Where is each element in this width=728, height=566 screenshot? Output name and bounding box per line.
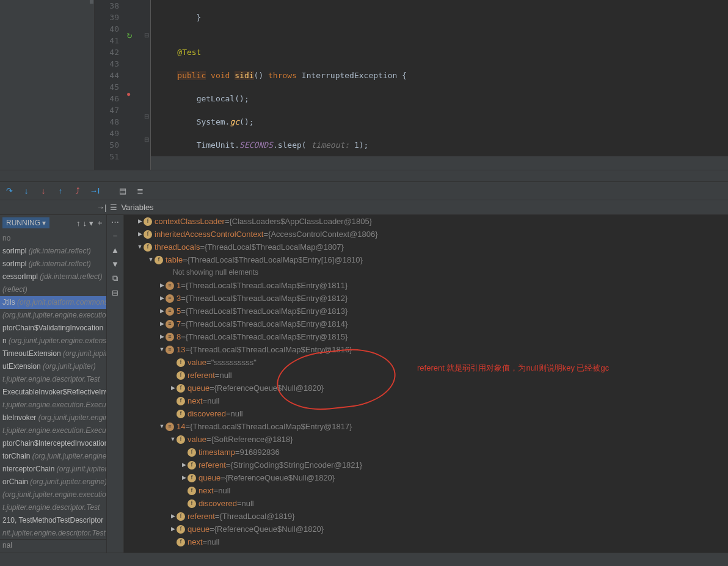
- frame-row[interactable]: TimeoutExtension (org.junit.jupiter): [0, 347, 106, 360]
- frame-row[interactable]: nterceptorChain (org.junit.jupiter): [0, 463, 106, 476]
- project-tool-window[interactable]: [0, 0, 95, 170]
- code-line[interactable]: System.gc();: [151, 116, 728, 128]
- variable-node[interactable]: ▼ftable = {ThreadLocal$ThreadLocalMap$En…: [124, 253, 728, 266]
- restore-layout-icon[interactable]: →|: [96, 203, 106, 212]
- code-line[interactable]: TimeUnit.SECONDS.sleep( timeout: 1);: [151, 139, 728, 151]
- evaluate-expression-icon[interactable]: ▤: [117, 186, 128, 197]
- variable-node[interactable]: ▶≡5 = {ThreadLocal$ThreadLocalMap$Entry@…: [124, 305, 728, 317]
- tree-toggle-icon[interactable]: ▶: [169, 382, 177, 394]
- tool-window-splitter[interactable]: [0, 170, 728, 182]
- tree-toggle-icon[interactable]: ▼: [136, 241, 144, 253]
- force-step-into-icon[interactable]: ↓: [38, 186, 49, 197]
- frame-row[interactable]: t.jupiter.engine.descriptor.Test: [0, 501, 106, 514]
- trace-icon[interactable]: ≣: [134, 186, 145, 197]
- frame-row[interactable]: bleInvoker (org.junit.jupiter.engine): [0, 412, 106, 424]
- frame-row[interactable]: (reflect): [0, 283, 106, 296]
- frame-row[interactable]: sorImpl (jdk.internal.reflect): [0, 258, 106, 270]
- frame-row[interactable]: ExecutableInvoker$ReflectiveInvoker: [0, 386, 106, 399]
- tree-toggle-icon[interactable]: ▶: [136, 215, 144, 228]
- tree-toggle-icon[interactable]: ▶: [180, 459, 187, 471]
- frame-row[interactable]: (org.junit.jupiter.engine.execution): [0, 309, 106, 322]
- frame-row[interactable]: t.jupiter.engine.execution.Execution: [0, 424, 106, 437]
- frame-row[interactable]: utExtension (org.junit.jupiter): [0, 360, 106, 373]
- step-into-icon[interactable]: ↓: [21, 186, 32, 197]
- variable-node[interactable]: ▶fqueue = {ReferenceQueue$Null@1820}: [124, 523, 728, 535]
- variable-node[interactable]: ▶fcontextClassLoader = {ClassLoaders$App…: [124, 215, 728, 228]
- add-icon[interactable]: ＋: [96, 217, 104, 228]
- tree-toggle-icon[interactable]: ▶: [158, 317, 166, 330]
- tree-toggle-icon[interactable]: ▼: [147, 253, 155, 266]
- variable-node[interactable]: fdiscovered = null: [124, 407, 728, 420]
- tree-toggle-icon[interactable]: ▶: [169, 523, 177, 535]
- frame-row[interactable]: ptorChain$InterceptedInvocation: [0, 437, 106, 450]
- frame-row[interactable]: orChain (org.junit.jupiter.engine): [0, 476, 106, 488]
- minus-icon[interactable]: −: [113, 231, 118, 241]
- frame-row[interactable]: nit.jupiter.engine.descriptor.Test: [0, 527, 106, 539]
- variable-node[interactable]: ftimestamp = 916892836: [124, 446, 728, 459]
- frame-row[interactable]: Jtils (org.junit.platform.commons.util): [0, 296, 106, 309]
- tree-toggle-icon[interactable]: ▶: [136, 228, 144, 241]
- variable-node[interactable]: fdiscovered = null: [124, 497, 728, 510]
- variable-node[interactable]: fnext = null: [124, 484, 728, 497]
- variable-node[interactable]: ▶fqueue = {ReferenceQueue$Null@1820}: [124, 471, 728, 484]
- tree-toggle-icon[interactable]: ▶: [158, 292, 166, 305]
- code-line[interactable]: getLocal();: [151, 93, 728, 104]
- step-over-icon[interactable]: ↷: [4, 186, 15, 197]
- variable-node[interactable]: ▶freferent = {StringCoding$StringEncoder…: [124, 459, 728, 471]
- variable-node[interactable]: ▼fthreadLocals = {ThreadLocal$ThreadLoca…: [124, 241, 728, 253]
- fold-toggle-icon[interactable]: ⊟: [144, 136, 149, 143]
- variable-node[interactable]: fnext = null: [124, 394, 728, 407]
- collapse-icon[interactable]: ⊟: [112, 288, 118, 297]
- gutter-icons[interactable]: ↻ ● ⊟ ⊟ ⊟: [124, 0, 151, 170]
- fold-toggle-icon[interactable]: ⊟: [144, 113, 149, 120]
- frame-row[interactable]: 210, TestMethodTestDescriptor: [0, 514, 106, 527]
- code-line[interactable]: @Test: [151, 46, 728, 58]
- variable-node[interactable]: ▶≡8 = {ThreadLocal$ThreadLocalMap$Entry@…: [124, 330, 728, 343]
- tree-toggle-icon[interactable]: ▶: [158, 279, 166, 292]
- up-icon[interactable]: ▲: [111, 245, 119, 255]
- step-out-icon[interactable]: ↑: [55, 186, 66, 197]
- frame-row[interactable]: cessorImpl (jdk.internal.reflect): [0, 270, 106, 283]
- variable-node[interactable]: fnext = null: [124, 535, 728, 548]
- frame-row[interactable]: no: [0, 232, 106, 245]
- frame-row[interactable]: torChain (org.junit.jupiter.engine): [0, 450, 106, 463]
- code-line[interactable]: }: [151, 12, 728, 23]
- frame-row[interactable]: t.jupiter.engine.execution.Execution: [0, 399, 106, 412]
- frames-panel[interactable]: RUNNING ▾ ↑ ↓ ▾ ＋ nosorImpl (jdk.interna…: [0, 215, 107, 553]
- code-line[interactable]: public void sidi() throws InterruptedExc…: [151, 70, 728, 81]
- variable-node[interactable]: ▶≡1 = {ThreadLocal$ThreadLocalMap$Entry@…: [124, 279, 728, 292]
- variable-node[interactable]: ▼≡13 = {ThreadLocal$ThreadLocalMap$Entry…: [124, 343, 728, 356]
- tree-toggle-icon[interactable]: ▶: [169, 510, 177, 523]
- variable-node[interactable]: ▶finheritedAccessControlContext = {Acces…: [124, 228, 728, 241]
- variable-node[interactable]: ▶freferent = {ThreadLocal@1819}: [124, 510, 728, 523]
- tree-toggle-icon[interactable]: ▶: [180, 471, 187, 484]
- frame-row[interactable]: sorImpl (jdk.internal.reflect): [0, 245, 106, 258]
- variable-node[interactable]: ▼≡14 = {ThreadLocal$ThreadLocalMap$Entry…: [124, 420, 728, 433]
- filter-icon[interactable]: ▾: [89, 219, 93, 228]
- variable-node[interactable]: ▼fvalue = {SoftReference@1818}: [124, 433, 728, 446]
- frame-row[interactable]: (org.junit.jupiter.engine.execution): [0, 488, 106, 501]
- code-editor[interactable]: } @Test public void sidi() throws Interr…: [151, 0, 728, 170]
- copy-icon[interactable]: ⧉: [112, 274, 118, 283]
- thread-status-badge[interactable]: RUNNING ▾: [2, 217, 49, 228]
- frame-row[interactable]: t.jupiter.engine.descriptor.Test: [0, 373, 106, 386]
- tree-toggle-icon[interactable]: ▼: [169, 433, 177, 446]
- run-test-icon[interactable]: ↻: [126, 32, 133, 40]
- frame-row[interactable]: n (org.junit.jupiter.engine.extension): [0, 335, 106, 347]
- next-frame-icon[interactable]: ↓: [83, 219, 87, 228]
- variable-node[interactable]: ▶fqueue = {ReferenceQueue$Null@1820}: [124, 382, 728, 394]
- prev-frame-icon[interactable]: ↑: [76, 219, 81, 228]
- tree-toggle-icon[interactable]: ▼: [158, 343, 166, 356]
- variables-tree[interactable]: referent 就是弱引用对象值，为null则说明key 已经被gc ▶fco…: [124, 215, 728, 553]
- drop-frame-icon[interactable]: ⤴: [72, 186, 83, 197]
- frame-row[interactable]: ptorChain$ValidatingInvocation: [0, 322, 106, 335]
- run-to-cursor-icon[interactable]: →I: [89, 186, 100, 197]
- tree-toggle-icon[interactable]: ▼: [158, 420, 166, 433]
- more-icon[interactable]: ⋯: [111, 217, 119, 227]
- breadcrumb[interactable]: Udkd›sidi(): [151, 156, 728, 170]
- fold-toggle-icon[interactable]: ⊟: [144, 32, 149, 38]
- breakpoint-icon[interactable]: ●: [126, 90, 131, 98]
- tree-toggle-icon[interactable]: ▶: [158, 305, 166, 317]
- variable-node[interactable]: Not showing null elements: [124, 266, 728, 279]
- variable-node[interactable]: ▶≡7 = {ThreadLocal$ThreadLocalMap$Entry@…: [124, 317, 728, 330]
